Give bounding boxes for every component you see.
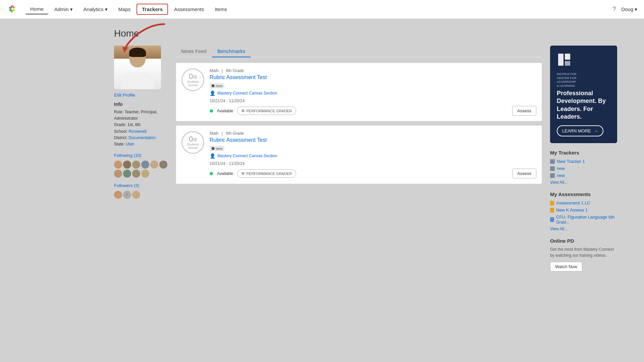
badge-dot [212, 84, 214, 87]
performance-grader-button[interactable]: ⊞ PERFORMANCE GRADER [237, 169, 296, 178]
user-menu[interactable]: Doug ▾ [621, 6, 637, 12]
chevron-down-icon: ▾ [105, 6, 108, 12]
grade-label: Grade: [114, 122, 126, 127]
tracker-name: New Tracker 1 [557, 159, 585, 164]
assess-button[interactable]: Assess [512, 106, 536, 116]
tab-benchmarks[interactable]: Benchmarks [212, 46, 251, 57]
assessment-list-item[interactable]: CFU: Figurative Language 6th Grad... [550, 215, 617, 225]
follower-avatar [132, 161, 140, 169]
follower-avatar [114, 191, 122, 199]
learn-more-button[interactable]: LEARN MORE → [557, 125, 603, 136]
assessment-card: 0 /8 Students Scored Math | 6th Grade Ru… [176, 63, 542, 121]
follower-avatar [123, 170, 131, 178]
feed-tabs: News Feed Benchmarks [176, 46, 542, 57]
following-avatars [114, 161, 168, 178]
promo-card: INSTRUCTORCENTER FORLEADERSHIP& LEARNING… [550, 46, 617, 143]
subject-label: Math [210, 68, 219, 73]
assessment-item-name: New K Assess 1 [556, 207, 588, 213]
assessment-doc-icon [550, 208, 554, 213]
assessment-doc-icon [550, 217, 554, 222]
info-section: Info Role: Teacher, Principal, Administr… [114, 102, 168, 147]
trackers-view-all[interactable]: View All... [550, 180, 617, 185]
assessments-view-all[interactable]: View All... [550, 227, 617, 231]
school-link[interactable]: Roosevelt [128, 129, 146, 134]
card-body: Math | 6th Grade Rubric Assessment Test … [210, 68, 536, 116]
followers-label[interactable]: Followers (3) [114, 183, 168, 188]
online-pd-description: Get the most from Mastery Connect by wat… [550, 246, 617, 258]
tab-news-feed[interactable]: News Feed [176, 46, 212, 57]
svg-rect-12 [565, 61, 570, 66]
help-button[interactable]: ? [612, 6, 616, 13]
score-sublabel: Students Scored [182, 80, 203, 87]
person-icon: 👤 [210, 90, 215, 96]
available-label: Available [217, 171, 233, 176]
assess-button[interactable]: Assess [512, 169, 536, 178]
tracker-name: new [557, 166, 565, 171]
card-meta: Math | 6th Grade [210, 68, 536, 73]
app-logo[interactable] [7, 3, 17, 15]
badge-label: new [216, 146, 222, 150]
tracker-icon [550, 173, 555, 178]
feed-panel: News Feed Benchmarks 0 /8 Students Score… [176, 46, 542, 188]
assessment-source[interactable]: 👤 Mastery Connect Canvas Section [210, 90, 536, 96]
badge-label: new [216, 84, 222, 88]
followers-section: Followers (3) ? [114, 183, 168, 199]
subject-label: Math [210, 131, 219, 136]
follower-avatar [141, 161, 149, 169]
assessment-title[interactable]: Rubric Assessment Test [210, 137, 536, 143]
source-name: Mastery Connect Canvas Section [217, 154, 277, 158]
role-label: Role: [114, 110, 123, 114]
performance-grader-button[interactable]: ⊞ PERFORMANCE GRADER [237, 107, 296, 115]
online-pd-section: Online PD Get the most from Mastery Conn… [550, 238, 617, 272]
assessment-badge: new [210, 83, 224, 88]
nav-maps[interactable]: Maps [114, 4, 136, 14]
assessment-list-item[interactable]: New K Assess 1 [550, 207, 617, 213]
score-number: 0 [189, 73, 193, 80]
nav-trackers[interactable]: Trackers [137, 4, 168, 15]
score-denom: /8 [193, 137, 197, 142]
badge-dot [212, 147, 214, 150]
following-section: Following (10) [114, 153, 168, 178]
district-link[interactable]: Documentation [128, 135, 156, 140]
following-label[interactable]: Following (10) [114, 153, 168, 158]
tracker-item[interactable]: new [550, 166, 617, 171]
follower-avatar-placeholder: ? [123, 191, 131, 199]
nav-admin[interactable]: Admin ▾ [50, 4, 77, 14]
state-link[interactable]: Utah [126, 142, 134, 146]
my-trackers-title: My Trackers [550, 150, 617, 156]
info-heading: Info [114, 102, 168, 107]
nav-analytics[interactable]: Analytics ▾ [79, 4, 112, 14]
score-sublabel: Students Scored [182, 143, 203, 149]
tracker-item[interactable]: new [550, 173, 617, 178]
follower-avatar [132, 170, 140, 178]
profile-panel: Edit Profile Info Role: Teacher, Princip… [114, 46, 168, 204]
nav-assessments[interactable]: Assessments [169, 4, 209, 14]
profile-info-text: Role: Teacher, Principal, Administrator … [114, 109, 168, 147]
nav-home[interactable]: Home [25, 4, 48, 14]
nav-items[interactable]: Items [210, 4, 232, 14]
score-circle: 0 /8 Students Scored [181, 68, 204, 91]
card-actions: Available ⊞ PERFORMANCE GRADER Assess [210, 106, 536, 116]
assessment-doc-icon [550, 201, 554, 205]
watch-now-button[interactable]: Watch Now [550, 262, 582, 272]
follower-avatar [123, 161, 131, 169]
user-name-label: Doug [621, 6, 633, 12]
state-label: State: [114, 142, 124, 146]
arrow-right-icon: → [594, 128, 598, 133]
online-pd-title: Online PD [550, 238, 617, 244]
page-content: Home Edit Profile Info Role: Teacher, [0, 19, 644, 286]
my-trackers-section: My Trackers New Tracker 1 new new View A… [550, 150, 617, 185]
top-navigation: Home Admin ▾ Analytics ▾ Maps Trackers A… [0, 0, 644, 19]
svg-marker-2 [12, 6, 15, 9]
grade-label: 6th Grade [226, 131, 244, 136]
assessment-dates: 10/21/24 - 11/20/24 [210, 99, 536, 103]
edit-profile-link[interactable]: Edit Profile [114, 93, 168, 98]
chevron-down-icon: ▾ [70, 6, 73, 12]
assessment-list-item[interactable]: Assessment 1 LC [550, 200, 617, 205]
assessment-title[interactable]: Rubric Assessment Test [210, 74, 536, 80]
score-circle: 0 /8 Students Scored [181, 131, 204, 154]
available-label: Available [217, 109, 233, 113]
tracker-item[interactable]: New Tracker 1 [550, 159, 617, 164]
follower-avatar [114, 170, 122, 178]
assessment-source[interactable]: 👤 Mastery Connect Canvas Section [210, 153, 536, 159]
